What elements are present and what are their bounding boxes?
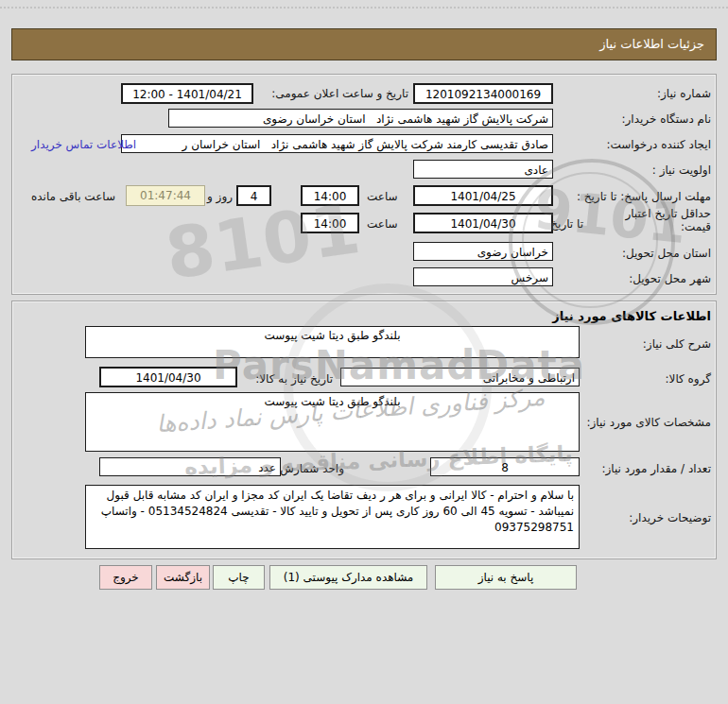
general-description-textarea[interactable]: بلندگو طبق دیتا شیت پیوست	[85, 326, 580, 358]
price-validity-date-field[interactable]: 1401/04/30	[413, 213, 553, 233]
buyer-notes-label: توضیحات خریدار:	[629, 511, 711, 524]
general-description-label: شرح کلی نیاز:	[643, 337, 711, 351]
priority-field[interactable]: عادی	[413, 160, 553, 179]
buyer-name-field[interactable]: شرکت پالایش گاز شهید هاشمی نژاد استان خر…	[168, 109, 553, 128]
reply-deadline-date-field[interactable]: 1401/04/25	[413, 185, 553, 206]
delivery-city-field[interactable]: سرخس	[413, 267, 553, 286]
respond-button[interactable]: پاسخ به نیاز	[435, 565, 577, 590]
quantity-label: تعداد / مقدار مورد نیاز:	[601, 462, 711, 475]
specifications-label: مشخصات کالای مورد نیاز:	[586, 416, 711, 429]
unit-label: واحد شمارش:	[276, 462, 344, 475]
need-info-panel	[11, 74, 717, 295]
priority-label: اولویت نیاز :	[652, 163, 711, 177]
print-button[interactable]: چاپ	[213, 565, 265, 590]
price-validity-hour-label: ساعت	[367, 217, 398, 231]
request-creator-field[interactable]: صادق تقدیسی کارمند شرکت پالایش گاز شهید …	[121, 134, 553, 153]
goods-need-date-field[interactable]: 1401/04/30	[99, 367, 237, 387]
need-details-page: جزئیات اطلاعات نیاز شماره نیاز: 12010921…	[0, 0, 728, 704]
unit-field[interactable]: عدد	[99, 457, 281, 476]
price-validity-label: حداقل تاریخ اعتبار قیمت:	[609, 207, 711, 233]
goods-group-field[interactable]: ارتباطی و مخابراتی	[340, 368, 580, 386]
announce-datetime-label: تاریخ و ساعت اعلان عمومی:	[271, 87, 408, 100]
specifications-textarea[interactable]: بلندگو طبق دیتا شیت پیوست	[85, 392, 580, 452]
buyer-notes-textarea[interactable]: با سلام و احترام - کالا ایرانی و برای هر…	[85, 485, 580, 549]
buyer-name-label: نام دستگاه خریدار:	[622, 112, 712, 126]
buyer-contact-link[interactable]: اطلاعات تماس خریدار	[31, 138, 136, 151]
delivery-province-label: استان محل تحویل:	[622, 247, 711, 260]
page-title: جزئیات اطلاعات نیاز	[599, 37, 716, 51]
announce-datetime-field[interactable]: 1401/04/21 - 12:00	[121, 83, 253, 104]
hours-remaining-label: ساعت باقی مانده	[31, 190, 115, 203]
view-documents-button[interactable]: مشاهده مدارک پیوستی (1)	[269, 565, 427, 590]
back-button[interactable]: بازگشت	[156, 565, 210, 590]
reply-hour-label: ساعت	[367, 190, 398, 203]
delivery-city-label: شهر محل تحویل:	[629, 272, 711, 285]
goods-need-date-label: تاریخ نیاز به کالا:	[255, 372, 333, 386]
top-dotted-divider	[0, 7, 728, 9]
goods-group-label: گروه کالا:	[666, 372, 712, 386]
reply-deadline-time-field[interactable]: 14:00	[301, 185, 359, 206]
quantity-field[interactable]: 8	[430, 457, 580, 476]
reply-deadline-label: مهلت ارسال پاسخ: تا تاریخ :	[577, 190, 711, 203]
exit-button[interactable]: خروج	[99, 565, 152, 590]
delivery-province-field[interactable]: خراسان رضوی	[413, 242, 553, 261]
countdown-timer: 01:47:44	[126, 185, 205, 206]
need-number-label: شماره نیاز:	[657, 87, 711, 100]
page-title-bar: جزئیات اطلاعات نیاز	[11, 28, 717, 60]
need-number-field[interactable]: 1201092134000169	[413, 83, 553, 104]
days-remaining-label: روز و	[207, 190, 233, 203]
goods-section-title: اطلاعات کالاهای مورد نیاز	[552, 309, 711, 323]
days-remaining-field: 4	[236, 185, 271, 206]
price-validity-time-field[interactable]: 14:00	[301, 213, 359, 233]
request-creator-label: ایجاد کننده درخواست:	[606, 138, 711, 151]
